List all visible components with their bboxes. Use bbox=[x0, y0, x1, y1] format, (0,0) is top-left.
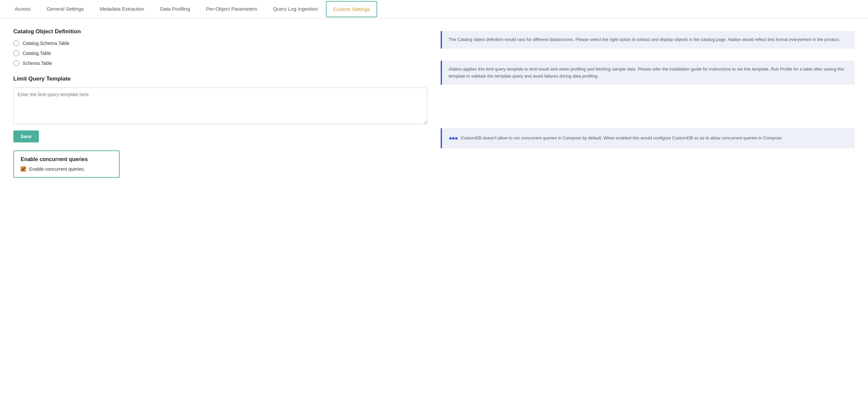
radio-item-schema-table[interactable]: Schema.Table bbox=[13, 60, 427, 66]
radio-label-catalog-schema-table: Catalog.Schema.Table bbox=[23, 40, 69, 46]
main-content: Catalog Object Definition Catalog.Schema… bbox=[0, 18, 868, 188]
enable-concurrent-queries-box: Enable concurrent queries Enable concurr… bbox=[13, 150, 120, 178]
radio-schema-table[interactable] bbox=[13, 60, 19, 66]
nav-tabs: Access General Settings Metadata Extract… bbox=[0, 0, 868, 18]
tab-custom-settings[interactable]: Custom Settings bbox=[326, 1, 377, 17]
tab-access[interactable]: Access bbox=[7, 0, 38, 18]
radio-label-schema-table: Schema.Table bbox=[23, 61, 52, 66]
query-template-textarea[interactable] bbox=[13, 88, 427, 124]
catalog-object-info-box: The Catalog object definition would vary… bbox=[441, 31, 855, 49]
radio-catalog-table[interactable] bbox=[13, 50, 19, 56]
info-section-2: Alation applies this limit query templat… bbox=[441, 58, 855, 85]
concurrent-queries-info-text: CustomDB doesn't allow to run concurrent… bbox=[461, 136, 781, 140]
save-button[interactable]: Save bbox=[13, 131, 39, 142]
tab-query-log-ingestion[interactable]: Query Log Ingestion bbox=[265, 0, 326, 18]
concurrent-queries-checkbox[interactable] bbox=[21, 166, 26, 172]
info-section-1: The Catalog object definition would vary… bbox=[441, 28, 855, 49]
right-column: The Catalog object definition would vary… bbox=[441, 28, 855, 155]
catalog-object-info-text: The Catalog object definition would vary… bbox=[448, 37, 840, 42]
limit-query-template-section: Limit Query Template Save bbox=[13, 76, 427, 142]
concurrent-queries-checkbox-item[interactable]: Enable concurrent queries. bbox=[21, 166, 113, 172]
limit-query-info-box: Alation applies this limit query templat… bbox=[441, 61, 855, 85]
radio-item-catalog-table[interactable]: Catalog.Table bbox=[13, 50, 427, 56]
radio-catalog-schema-table[interactable] bbox=[13, 40, 19, 46]
radio-item-catalog-schema-table[interactable]: Catalog.Schema.Table bbox=[13, 40, 427, 46]
concurrent-queries-title: Enable concurrent queries bbox=[21, 156, 113, 163]
tab-per-object-parameters[interactable]: Per-Object Parameters bbox=[198, 0, 265, 18]
concurrent-queries-checkbox-label: Enable concurrent queries. bbox=[29, 166, 85, 172]
limit-query-info-text: Alation applies this limit query templat… bbox=[448, 66, 844, 79]
tab-data-profiling[interactable]: Data Profiling bbox=[152, 0, 198, 18]
left-column: Catalog Object Definition Catalog.Schema… bbox=[13, 28, 427, 178]
info-section-3: ●●● CustomDB doesn't allow to run concur… bbox=[441, 128, 855, 148]
concurrent-queries-info-box: ●●● CustomDB doesn't allow to run concur… bbox=[441, 128, 855, 148]
info-dots-icon: ●●● bbox=[448, 134, 458, 143]
content-grid: Catalog Object Definition Catalog.Schema… bbox=[13, 28, 855, 178]
limit-query-template-title: Limit Query Template bbox=[13, 76, 427, 82]
tab-metadata-extraction[interactable]: Metadata Extraction bbox=[92, 0, 152, 18]
catalog-object-definition-section: Catalog Object Definition Catalog.Schema… bbox=[13, 28, 427, 66]
tab-general-settings[interactable]: General Settings bbox=[38, 0, 92, 18]
radio-label-catalog-table: Catalog.Table bbox=[23, 51, 51, 56]
radio-group-catalog: Catalog.Schema.Table Catalog.Table Schem… bbox=[13, 40, 427, 66]
catalog-object-definition-title: Catalog Object Definition bbox=[13, 28, 427, 35]
